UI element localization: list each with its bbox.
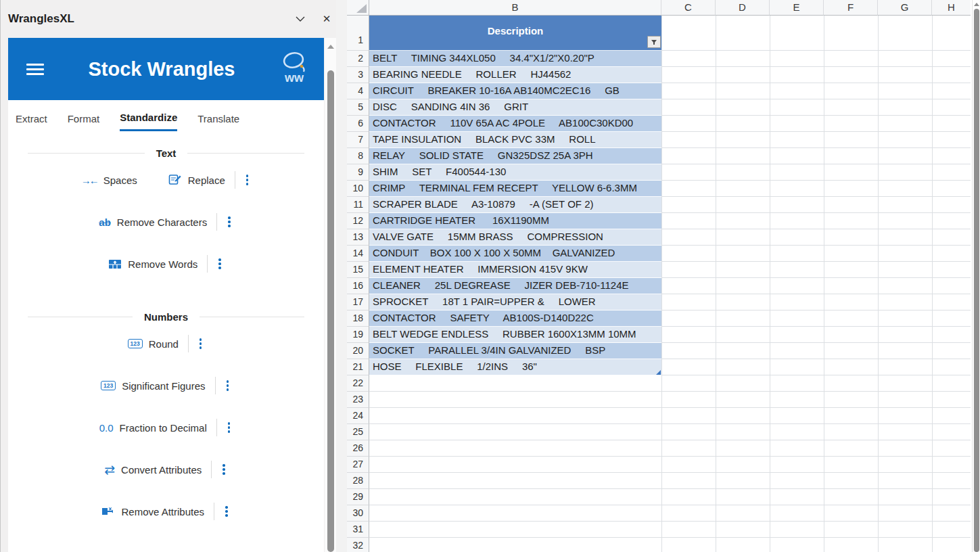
cell-b12[interactable]: CARTRIDGE HEATER 16X1190MM [369,213,661,229]
row-header[interactable]: 18 [347,310,369,327]
table-header-cell[interactable]: Description [369,16,661,51]
fraction-to-decimal-button[interactable]: 0.0 Fraction to Decimal [99,422,207,434]
replace-button[interactable]: Replace [168,174,225,186]
remove-attributes-button[interactable]: Remove Attributes [101,506,204,518]
cell-b4[interactable]: CIRCUIT BREAKER 10-16A AB140MC2EC16 GB [369,83,661,99]
cell-b3[interactable]: BEARING NEEDLE ROLLER HJ44562 [369,67,661,83]
column-header-d[interactable]: D [716,0,770,16]
scroll-up-icon[interactable] [974,3,979,6]
row-header[interactable]: 29 [347,489,369,505]
row-header[interactable]: 15 [347,262,369,278]
taskpane-scrollbar-thumb[interactable] [327,70,334,552]
filter-dropdown-button[interactable] [647,36,661,48]
spaces-button[interactable]: →← Spaces [81,175,137,186]
row-header[interactable]: 14 [347,246,369,262]
convert-attributes-kebab-icon[interactable] [220,461,228,478]
fraction-to-decimal-kebab-icon[interactable] [225,419,233,436]
divider [211,461,212,478]
row-header[interactable]: 32 [347,538,369,552]
tab-translate[interactable]: Translate [197,112,239,131]
cell-b18[interactable]: CONTACTOR SAFETY AB100S-D140D22C [369,310,661,327]
cell-b19[interactable]: BELT WEDGE ENDLESS RUBBER 1600X13MM 10MM [369,327,661,343]
scroll-up-icon[interactable] [327,45,334,49]
tool-label: Remove Attributes [121,506,204,518]
select-all-corner[interactable] [347,0,369,16]
row-header[interactable]: 4 [347,83,369,99]
tab-format[interactable]: Format [68,112,100,131]
close-pane-button[interactable]: ✕ [318,10,335,28]
row-header[interactable]: 13 [347,229,369,246]
cell-b5[interactable]: DISC SANDING 4IN 36 GRIT [369,99,661,116]
cell-b20[interactable]: SOCKET PARALLEL 3/4IN GALVANIZED BSP [369,343,661,359]
row-header[interactable]: 8 [347,148,369,164]
remove-characters-button[interactable]: ab Remove Characters [99,216,207,228]
row-header[interactable]: 17 [347,294,369,310]
cell-b6[interactable]: CONTACTOR 110V 65A AC 4POLE AB100C30KD00 [369,116,661,132]
taskpane-scrollbar[interactable] [325,38,337,552]
row-header[interactable]: 3 [347,67,369,83]
round-button[interactable]: 123 Round [128,338,179,350]
sheet-vertical-scrollbar[interactable] [972,0,980,552]
remove-characters-icon: ab [99,216,111,228]
row-header[interactable]: 12 [347,213,369,229]
row-header[interactable]: 7 [347,132,369,148]
cell-b11[interactable]: SCRAPER BLADE A3-10879 -A (SET OF 2) [369,197,661,213]
remove-attributes-kebab-icon[interactable] [223,503,231,520]
svg-text:ww: ww [284,71,304,85]
remove-words-kebab-icon[interactable] [216,256,224,272]
row-header[interactable]: 20 [347,343,369,359]
row-header[interactable]: 25 [347,424,369,440]
remove-characters-kebab-icon[interactable] [225,214,233,230]
sheet-scrollbar-thumb[interactable] [974,9,979,552]
row-header[interactable]: 31 [347,522,369,538]
cell-b16[interactable]: CLEANER 25L DEGREASE JIZER DEB-710-1124E [369,278,661,294]
cell-b2[interactable]: BELT TIMING 344XL050 34.4"X1/2"X0.20"P [369,51,661,67]
column-header-b[interactable]: B [369,0,661,16]
column-header-e[interactable]: E [770,0,824,16]
remove-words-button[interactable]: Remove Words [108,258,197,270]
row-header[interactable]: 9 [347,164,369,181]
column-header-f[interactable]: F [824,0,878,16]
column-header-g[interactable]: G [878,0,932,16]
row-header[interactable]: 27 [347,457,369,473]
row-header[interactable]: 30 [347,505,369,522]
cell-b17[interactable]: SPROCKET 18T 1 PAIR=UPPER & LOWER [369,294,661,310]
replace-kebab-icon[interactable] [243,172,252,188]
column-header-c[interactable]: C [661,0,716,16]
chevron-down-icon [296,16,305,22]
row-header[interactable]: 16 [347,278,369,294]
row-header[interactable]: 22 [347,375,369,392]
row-header[interactable]: 19 [347,327,369,343]
cell-b10[interactable]: CRIMP TERMINAL FEM RECEPT YELLOW 6-6.3MM [369,181,661,197]
row-header[interactable]: 5 [347,99,369,116]
cell-b7[interactable]: TAPE INSULATION BLACK PVC 33M ROLL [369,132,661,148]
row-header[interactable]: 23 [347,392,369,408]
section-header-text: Text [28,146,304,160]
hamburger-menu-icon[interactable] [26,64,44,75]
replace-icon [168,174,182,186]
cell-b13[interactable]: VALVE GATE 15MM BRASS COMPRESSION [369,229,661,246]
cell-b8[interactable]: RELAY SOLID STATE GN325DSZ 25A 3PH [369,148,661,164]
row-header[interactable]: 26 [347,440,369,457]
row-header[interactable]: 21 [347,359,369,375]
round-kebab-icon[interactable] [197,336,205,352]
column-header-h[interactable]: H [932,0,971,16]
cell-b21[interactable]: HOSE FLEXIBLE 1/2INS 36" [369,359,661,375]
row-header[interactable]: 6 [347,116,369,132]
row-header[interactable]: 11 [347,197,369,213]
row-header[interactable]: 10 [347,181,369,197]
divider [28,153,145,154]
tab-standardize[interactable]: Standardize [120,112,177,131]
cell-b14[interactable]: CONDUIT BOX 100 X 100 X 50MM GALVANIZED [369,246,661,262]
cell-b9[interactable]: SHIM SET F400544-130 [369,164,661,181]
row-header[interactable]: 2 [347,51,369,67]
collapse-pane-button[interactable] [291,10,309,28]
tab-extract[interactable]: Extract [16,112,47,131]
convert-attributes-button[interactable]: ⇄ Convert Attributes [104,463,202,476]
row-header[interactable]: 24 [347,408,369,424]
cell-b15[interactable]: ELEMENT HEATER IMMERSION 415V 9KW [369,262,661,278]
row-header[interactable]: 1 [347,16,369,51]
significant-figures-button[interactable]: 123 Significant Figures [101,380,206,392]
row-header[interactable]: 28 [347,473,369,489]
significant-figures-kebab-icon[interactable] [224,377,232,394]
